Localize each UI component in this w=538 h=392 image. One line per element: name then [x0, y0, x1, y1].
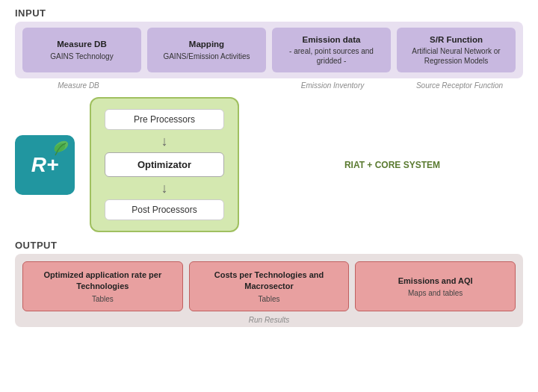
- input-card-mapping: Mapping GAINS/Emission Activities: [147, 28, 266, 72]
- middle-section: R+ Pre Processors ↓ Optimizator ↓ Post P…: [15, 97, 523, 232]
- input-label-empty: [145, 81, 266, 90]
- input-card-emission-title: Emission data: [303, 34, 361, 46]
- input-label-srfunction: Source Receptor Function: [399, 81, 520, 90]
- riat-core-label: RIAT + CORE SYSTEM: [262, 160, 523, 170]
- input-card-mapping-title: Mapping: [189, 39, 224, 50]
- input-labels-row: Measure DB Emission Inventory Source Rec…: [15, 81, 523, 90]
- input-label-emission: Emission Inventory: [272, 81, 393, 90]
- output-box: Optimized application rate per Technolog…: [15, 254, 523, 327]
- input-box: Measure DB GAINS Technology Mapping GAIN…: [15, 22, 523, 78]
- input-card-srfunction-title: S/R Function: [430, 34, 483, 46]
- rplus-logo: R+: [15, 135, 75, 195]
- post-processors-box: Post Processors: [105, 199, 224, 220]
- output-section: OUTPUT Optimized application rate per Te…: [15, 240, 523, 327]
- input-card-measuredb: Measure DB GAINS Technology: [22, 28, 141, 72]
- input-card-srfunction-subtitle: Artificial Neural Network or Regression …: [404, 46, 508, 66]
- input-card-srfunction: S/R Function Artificial Neural Network o…: [397, 28, 516, 72]
- arrow-down-2: ↓: [161, 181, 168, 195]
- pre-processors-box: Pre Processors: [105, 109, 224, 130]
- rplus-text-label: R+: [31, 153, 59, 177]
- output-card-emissions-title: Emissions and AQI: [398, 276, 473, 287]
- run-results-label: Run Results: [22, 316, 516, 324]
- output-card-apprate-title: Optimized application rate per Technolog…: [31, 270, 175, 293]
- input-label-measuredb: Measure DB: [18, 81, 139, 90]
- arrow-down-1: ↓: [161, 134, 168, 148]
- input-section: INPUT Measure DB GAINS Technology Mappin…: [15, 7, 523, 90]
- core-system-box: Pre Processors ↓ Optimizator ↓ Post Proc…: [90, 97, 239, 232]
- output-card-costs-title: Costs per Technologies and Macrosector: [197, 270, 341, 293]
- output-cards-row: Optimized application rate per Technolog…: [22, 261, 516, 311]
- input-card-emission: Emission data - areal, point sources and…: [272, 28, 391, 72]
- output-label: OUTPUT: [15, 240, 523, 251]
- output-card-apprate: Optimized application rate per Technolog…: [22, 261, 183, 311]
- input-card-emission-subtitle: - areal, point sources and gridded -: [279, 46, 383, 66]
- output-card-emissions-subtitle: Maps and tables: [408, 289, 463, 297]
- output-card-costs: Costs per Technologies and Macrosector T…: [189, 261, 350, 311]
- input-card-mapping-subtitle: GAINS/Emission Activities: [163, 52, 250, 61]
- output-card-apprate-subtitle: Tables: [92, 295, 114, 303]
- input-label: INPUT: [15, 7, 523, 19]
- output-card-emissions: Emissions and AQI Maps and tables: [355, 261, 516, 311]
- input-card-measuredb-subtitle: GAINS Technology: [50, 52, 113, 61]
- output-card-costs-subtitle: Tables: [259, 295, 280, 303]
- input-card-measuredb-title: Measure DB: [57, 39, 106, 50]
- optimizer-box: Optimizator: [105, 152, 224, 177]
